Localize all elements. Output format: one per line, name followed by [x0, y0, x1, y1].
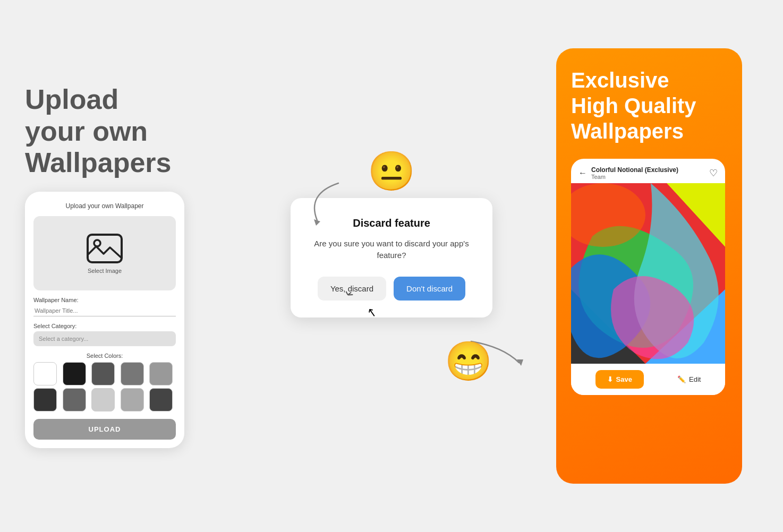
color-swatch[interactable]	[91, 388, 115, 411]
phone-header: ← Colorful Notional (Exclusive) Team ♡	[571, 159, 725, 183]
select-image-label: Select Image	[88, 268, 122, 274]
team-label: Team	[591, 174, 678, 180]
color-swatch[interactable]	[149, 362, 173, 385]
svg-point-1	[94, 240, 100, 246]
orange-background: Exclusive High Quality Wallpapers ← Colo…	[556, 48, 742, 484]
save-icon: ⬇	[607, 375, 613, 383]
arrow-down-svg	[296, 178, 360, 231]
edit-icon: ✏️	[677, 375, 686, 383]
edit-btn-label: Edit	[689, 375, 701, 383]
neutral-emoji: 😐	[368, 149, 415, 194]
right-panel: Exclusive High Quality Wallpapers ← Colo…	[556, 48, 758, 484]
image-placeholder-icon	[86, 233, 124, 264]
right-title: Exclusive High Quality Wallpapers	[571, 67, 727, 144]
dont-discard-button[interactable]: Don't discard	[394, 277, 465, 301]
color-swatch[interactable]	[63, 362, 86, 385]
color-swatch[interactable]	[149, 388, 173, 411]
phone-mockup-left: Upload your own Wallpaper Select Image W…	[25, 192, 184, 448]
edit-button-phone[interactable]: ✏️ Edit	[677, 375, 701, 383]
dialog-buttons: Yes, discard Don't discard ↖	[312, 277, 471, 301]
phone-bottom-bar: ⬇ Save ✏️ Edit	[571, 364, 725, 395]
upload-header: Upload your own Wallpaper	[33, 202, 176, 210]
main-container: Upload your own Wallpapers Upload your o…	[25, 27, 758, 505]
left-title: Upload your own Wallpapers	[25, 84, 172, 179]
happy-emoji: 😁	[445, 339, 492, 384]
color-swatch[interactable]	[33, 362, 57, 385]
back-button[interactable]: ←	[578, 168, 587, 178]
color-grid	[33, 362, 176, 411]
svg-marker-6	[517, 359, 523, 366]
middle-panel: 😐 Discard feature Are you sure you want …	[280, 149, 503, 384]
heart-icon[interactable]: ♡	[709, 167, 718, 179]
category-dropdown[interactable]: Select a category...	[33, 331, 176, 346]
wallpaper-name-label: Wallpaper Name:	[33, 297, 176, 303]
color-swatch[interactable]	[121, 362, 144, 385]
color-swatch[interactable]	[121, 388, 144, 411]
save-btn-label: Save	[616, 375, 632, 383]
dialog-text: Are you sure you want to discard your ap…	[312, 238, 471, 262]
wallpaper-title: Colorful Notional (Exclusive)	[591, 166, 678, 174]
save-button-phone[interactable]: ⬇ Save	[595, 370, 644, 389]
select-colors-label: Select Colors:	[33, 353, 176, 359]
phone-header-left: ← Colorful Notional (Exclusive) Team	[578, 166, 678, 180]
left-panel: Upload your own Wallpapers Upload your o…	[25, 84, 227, 448]
select-category-label: Select Category:	[33, 323, 176, 329]
color-swatch[interactable]	[91, 362, 115, 385]
svg-line-3	[345, 291, 348, 295]
phone-title-block: Colorful Notional (Exclusive) Team	[591, 166, 678, 180]
color-swatch[interactable]	[63, 388, 86, 411]
wallpaper-preview	[571, 183, 725, 364]
phone-mockup-right: ← Colorful Notional (Exclusive) Team ♡	[571, 159, 725, 395]
upload-button[interactable]: UPLOAD	[33, 419, 176, 440]
color-swatch[interactable]	[33, 388, 57, 411]
wallpaper-title-input[interactable]	[33, 305, 176, 316]
image-select-box[interactable]: Select Image	[33, 216, 176, 290]
